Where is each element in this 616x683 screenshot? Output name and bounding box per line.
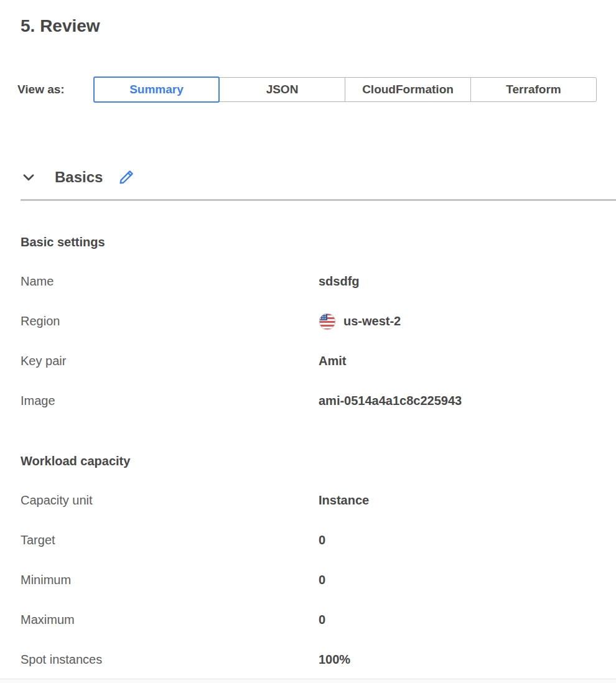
chevron-down-icon[interactable] xyxy=(21,169,37,185)
row-minimum-label: Minimum xyxy=(21,573,319,587)
row-region-value-wrap: us-west-2 xyxy=(319,313,401,330)
pencil-icon xyxy=(118,169,135,185)
view-as-label: View as: xyxy=(17,83,93,96)
row-image: Image ami-0514a4a1c8c225943 xyxy=(21,381,616,421)
row-minimum: Minimum 0 xyxy=(21,560,616,600)
basics-section-divider xyxy=(21,199,616,201)
tab-terraform[interactable]: Terraform xyxy=(470,77,597,102)
row-maximum-value: 0 xyxy=(319,613,325,627)
basics-section-header: Basics xyxy=(21,167,616,188)
row-key-pair-label: Key pair xyxy=(21,354,319,368)
row-minimum-value: 0 xyxy=(319,573,325,587)
row-spot-instances-label: Spot instances xyxy=(21,653,319,667)
row-maximum-label: Maximum xyxy=(21,613,319,627)
row-region: Region xyxy=(21,302,616,342)
tab-cloudformation[interactable]: CloudFormation xyxy=(345,77,471,102)
row-region-label: Region xyxy=(21,314,319,328)
row-target: Target 0 xyxy=(21,521,616,560)
row-region-value: us-west-2 xyxy=(343,314,401,328)
tab-json[interactable]: JSON xyxy=(219,77,345,102)
row-key-pair-value: Amit xyxy=(319,354,346,368)
row-target-value: 0 xyxy=(319,533,325,547)
tab-terraform-label: Terraform xyxy=(506,83,561,96)
edit-basics-button[interactable] xyxy=(118,169,135,186)
page-title: 5. Review xyxy=(21,16,616,37)
bottom-section-divider xyxy=(0,679,616,683)
tab-summary-label: Summary xyxy=(129,83,184,96)
tab-cloudformation-label: CloudFormation xyxy=(362,83,454,96)
row-capacity-unit: Capacity unit Instance xyxy=(21,481,616,521)
row-image-value: ami-0514a4a1c8c225943 xyxy=(319,394,462,408)
basics-section-title: Basics xyxy=(55,169,103,186)
tab-json-label: JSON xyxy=(266,83,299,96)
row-key-pair: Key pair Amit xyxy=(21,342,616,381)
group-heading-basic-settings: Basic settings xyxy=(21,235,616,249)
row-name-label: Name xyxy=(21,274,319,289)
basic-settings-rows: Name sdsdfg Region xyxy=(21,262,616,421)
row-maximum: Maximum 0 xyxy=(21,600,616,640)
view-as-row: View as: Summary JSON CloudFormation Ter… xyxy=(17,77,616,103)
view-as-tab-group: Summary JSON CloudFormation Terraform xyxy=(93,77,597,103)
group-heading-workload-capacity: Workload capacity xyxy=(21,453,616,468)
row-spot-instances: Spot instances 100% xyxy=(21,640,616,680)
row-name: Name sdsdfg xyxy=(21,262,616,302)
us-flag-icon xyxy=(319,313,336,330)
row-capacity-unit-label: Capacity unit xyxy=(21,493,319,508)
tab-summary[interactable]: Summary xyxy=(93,77,220,103)
row-image-label: Image xyxy=(21,394,319,408)
row-capacity-unit-value: Instance xyxy=(319,493,369,508)
row-spot-instances-value: 100% xyxy=(319,653,350,667)
workload-capacity-rows: Capacity unit Instance Target 0 Minimum … xyxy=(21,481,616,680)
row-name-value: sdsdfg xyxy=(319,274,360,289)
row-target-label: Target xyxy=(21,533,319,547)
